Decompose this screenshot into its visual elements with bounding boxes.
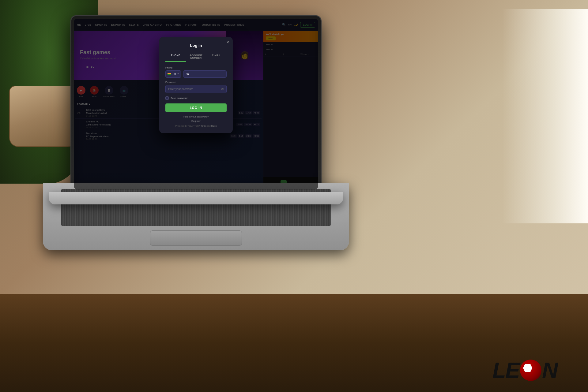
save-password-row: Save password <box>165 96 227 100</box>
country-code-selector[interactable]: +91 ▼ <box>165 70 181 78</box>
laptop-bottom-bar <box>49 192 343 204</box>
country-code-value: +91 <box>172 73 176 76</box>
phone-input[interactable] <box>183 70 227 78</box>
phone-row: +91 ▼ <box>165 70 227 78</box>
password-label: Password <box>165 81 227 84</box>
leon-logo: LE N <box>492 358 557 383</box>
password-input[interactable] <box>165 85 227 93</box>
modal-close-button[interactable]: × <box>227 40 229 44</box>
tab-email[interactable]: E-MAIL <box>206 52 227 62</box>
password-wrapper: 👁 <box>165 85 227 93</box>
leon-logo-le: LE <box>492 358 519 383</box>
login-modal: Log in × PHONE ACCOUNT NUMBER E-MAIL Pho… <box>159 37 233 133</box>
and-text: and <box>207 125 211 127</box>
forgot-password-link[interactable]: Forgot your password? <box>165 115 227 118</box>
modal-tabs: PHONE ACCOUNT NUMBER E-MAIL <box>165 52 227 62</box>
modal-title: Log in <box>165 43 227 48</box>
phone-label: Phone <box>165 66 227 69</box>
plant-pot <box>9 86 77 147</box>
leon-logo-n: N <box>542 358 557 383</box>
leon-logo-ball <box>520 360 541 381</box>
country-dropdown-icon: ▼ <box>177 73 179 75</box>
website-content: HE LIVE SPORTS ESPORTS SLOTS LIVE CASINO… <box>74 19 318 189</box>
save-password-label: Save password <box>171 97 187 99</box>
recaptcha-text: Protected by reCAPTCHA <box>175 125 200 127</box>
show-password-icon[interactable]: 👁 <box>221 87 224 91</box>
login-submit-button[interactable]: LOG IN <box>165 103 227 112</box>
terms-link[interactable]: Terms <box>201 125 206 127</box>
window-light <box>502 9 588 223</box>
modal-overlay: Log in × PHONE ACCOUNT NUMBER E-MAIL Pho… <box>74 19 318 189</box>
laptop-screen-bezel: HE LIVE SPORTS ESPORTS SLOTS LIVE CASINO… <box>74 19 318 189</box>
tab-phone[interactable]: PHONE <box>165 52 186 62</box>
register-link[interactable]: Register <box>165 120 227 122</box>
rules-link[interactable]: Rules <box>211 125 217 127</box>
modal-links: Forgot your password? Register <box>165 115 227 122</box>
india-flag <box>168 73 171 75</box>
tab-account-number[interactable]: ACCOUNT NUMBER <box>186 52 206 62</box>
laptop-screen-outer: HE LIVE SPORTS ESPORTS SLOTS LIVE CASINO… <box>70 15 322 193</box>
trackpad[interactable] <box>150 230 242 246</box>
save-password-checkbox[interactable] <box>165 96 169 100</box>
recaptcha-notice: Protected by reCAPTCHA Terms and Rules <box>165 125 227 127</box>
